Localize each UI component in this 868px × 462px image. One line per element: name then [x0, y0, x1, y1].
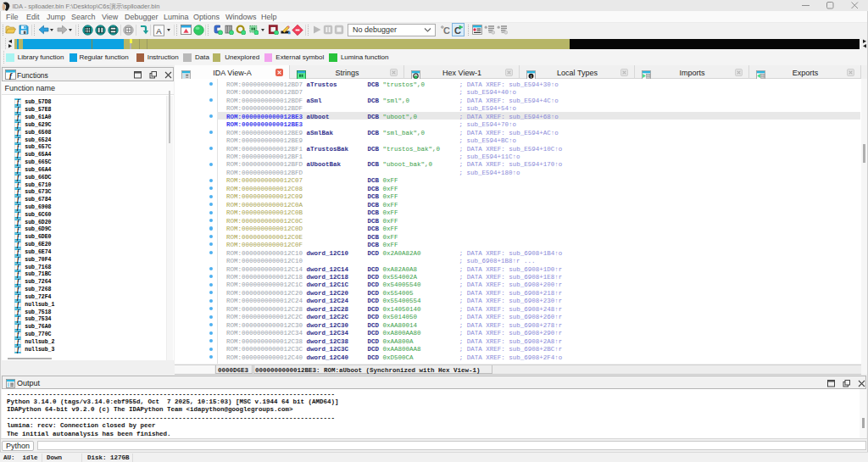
- svg-text:C: C: [443, 25, 450, 36]
- svg-text:A: A: [156, 26, 162, 36]
